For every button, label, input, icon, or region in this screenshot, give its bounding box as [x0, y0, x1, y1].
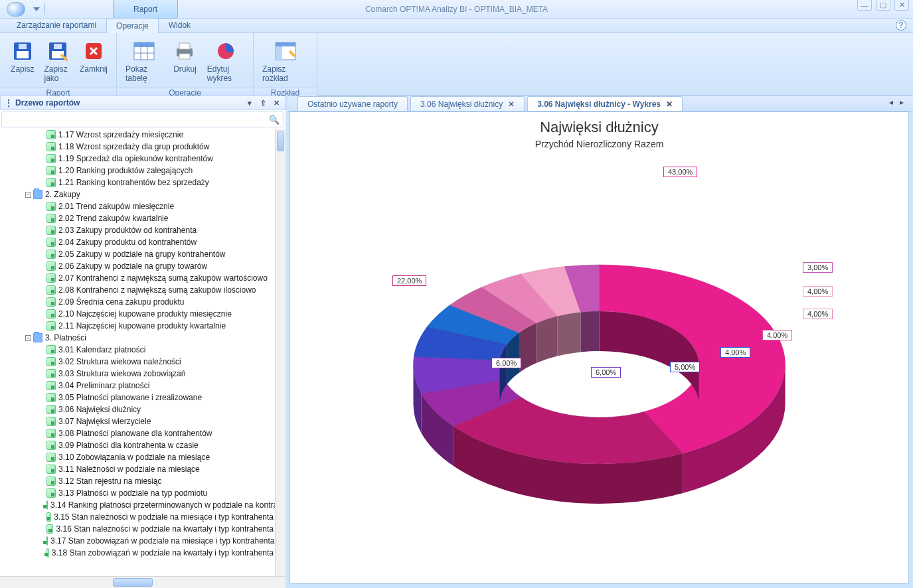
tree-report-item[interactable]: 2.03 Zakupy produktów od kontrahenta — [3, 224, 274, 236]
tree-report-item[interactable]: 3.01 Kalendarz płatności — [3, 344, 274, 356]
tree-report-item[interactable]: 1.18 Wzrost sprzedaży dla grup produktów — [3, 141, 274, 153]
doc-tab-dluznicy[interactable]: 3.06 Najwięksi dłużnicy ✕ — [410, 96, 525, 111]
tree-report-item[interactable]: 3.04 Preliminarz płatności — [3, 380, 274, 392]
tree-report-item[interactable]: 3.10 Zobowiązania w podziale na miesiące — [3, 451, 274, 463]
tree-report-item[interactable]: 2.11 Najczęściej kupowane produkty kwart… — [3, 320, 274, 332]
ribbon-tab-operacje[interactable]: Operacje — [106, 18, 159, 33]
report-icon — [46, 548, 49, 557]
tree-report-item[interactable]: 3.02 Struktura wiekowa należności — [3, 356, 274, 368]
minimize-button[interactable]: — — [857, 0, 872, 11]
close-window-button[interactable]: ✕ — [894, 0, 909, 11]
ribbon-group-operacje: Pokaż tabelę Drukuj Edytuj wykres Operac… — [117, 33, 254, 95]
chart-data-label: 6,00% — [591, 367, 621, 378]
doc-tab-close-icon[interactable]: ✕ — [666, 100, 673, 109]
tree-report-item[interactable]: 3.05 Płatności planowane i zrealizowane — [3, 392, 274, 404]
tree-report-item[interactable]: 1.17 Wzrost sprzedaży miesięcznie — [3, 129, 274, 141]
ribbon-tab-zarzadzanie[interactable]: Zarządzanie raportami — [7, 17, 106, 33]
report-icon — [46, 273, 56, 283]
context-tab-raport[interactable]: Raport — [113, 0, 178, 19]
tree-report-item[interactable]: 2.01 Trend zakupów miesięcznie — [3, 200, 274, 212]
doc-tab-recent[interactable]: Ostatnio używane raporty — [297, 96, 408, 111]
panel-close-icon[interactable]: ✕ — [272, 98, 281, 108]
tree-report-item[interactable]: 3.14 Ranking płatności przeterminowanych… — [3, 499, 274, 511]
tree-search-input[interactable] — [6, 115, 269, 124]
doc-tab-label: 3.06 Najwięksi dłużnicy - Wykres — [537, 100, 661, 109]
tree-report-item[interactable]: 1.19 Sprzedaż dla opiekunów kontrahentów — [3, 153, 274, 165]
tree-item-label: 2.02 Trend zakupów kwartalnie — [58, 214, 168, 223]
orb-dropdown-icon[interactable] — [33, 7, 40, 11]
tree-report-item[interactable]: 2.04 Zakupy produktu od kontrahentów — [3, 236, 274, 248]
tabs-scroll-left-icon[interactable]: ◂ — [886, 98, 896, 107]
tree-report-item[interactable]: 2.07 Kontrahenci z największą sumą zakup… — [3, 272, 274, 284]
tree-item-label: 3.17 Stan zobowiązań w podziale na miesi… — [50, 536, 275, 546]
tree-report-item[interactable]: 2.02 Trend zakupów kwartalnie — [3, 212, 274, 224]
tree-expander-icon[interactable]: − — [25, 335, 31, 341]
panel-pin-icon[interactable]: ⇧ — [258, 98, 268, 108]
report-icon — [46, 309, 56, 319]
tree-report-item[interactable]: 3.15 Stan należności w podziale na miesi… — [3, 511, 274, 523]
tree-item-label: 3.03 Struktura wiekowa zobowiązań — [58, 369, 185, 378]
app-menu-button[interactable] — [7, 2, 25, 17]
tree-expander-icon[interactable]: − — [25, 192, 31, 198]
tree-report-item[interactable]: 3.11 Należności w podziale na miesiące — [3, 463, 274, 475]
tree-report-item[interactable]: 1.20 Ranking produktów zalegających — [3, 165, 274, 177]
close-report-button[interactable]: Zamknij — [78, 36, 110, 76]
tree-item-label: 3.12 Stan rejestru na miesiąc — [58, 477, 161, 486]
tree-panel-header[interactable]: ⋮ Drzewo raportów ▾ ⇧ ✕ — [0, 96, 286, 110]
layout-icon — [275, 40, 296, 62]
tree-item-label: 2.01 Trend zakupów miesięcznie — [58, 202, 174, 211]
doc-tab-close-icon[interactable]: ✕ — [508, 100, 515, 109]
tree-panel: ⋮ Drzewo raportów ▾ ⇧ ✕ 🔍 1.17 Wzrost sp… — [0, 96, 288, 588]
tree-folder-item[interactable]: −2. Zakupy — [3, 188, 274, 200]
report-icon — [46, 441, 56, 450]
show-table-button[interactable]: Pokaż tabelę — [124, 36, 165, 85]
save-as-icon — [47, 40, 68, 62]
tree-item-label: 3.07 Najwięksi wierzyciele — [58, 417, 151, 426]
tree-report-item[interactable]: 3.13 Płatności w podziale na typ podmiot… — [3, 487, 274, 499]
tree-search-box[interactable]: 🔍 — [1, 111, 284, 127]
print-button[interactable]: Drukuj — [169, 36, 201, 76]
tree-report-item[interactable]: 1.21 Ranking kontrahentów bez sprzedaży — [3, 177, 274, 188]
tree-report-item[interactable]: 2.09 Średnia cena zakupu produktu — [3, 296, 274, 308]
report-icon — [46, 202, 56, 211]
tree-item-label: 2.07 Kontrahenci z największą sumą zakup… — [58, 273, 268, 283]
report-tree[interactable]: 1.17 Wzrost sprzedaży miesięcznie1.18 Wz… — [0, 129, 286, 576]
tree-report-item[interactable]: 3.09 Płatności dla kontrahenta w czasie — [3, 439, 274, 451]
svg-rect-8 — [134, 42, 154, 47]
doc-tab-label: Ostatnio używane raporty — [307, 100, 398, 109]
report-icon — [46, 142, 56, 151]
tree-report-item[interactable]: 3.08 Płatności planowane dla kontrahentó… — [3, 427, 274, 439]
save-button[interactable]: Zapisz — [7, 36, 38, 76]
tree-report-item[interactable]: 3.06 Najwięksi dłużnicy — [3, 404, 274, 415]
save-layout-button[interactable]: Zapisz rozkład — [260, 36, 310, 85]
edit-chart-button[interactable]: Edytuj wykres — [205, 36, 246, 85]
tree-report-item[interactable]: 3.16 Stan należności w podziale na kwart… — [3, 523, 274, 535]
tree-horizontal-scrollbar[interactable] — [0, 576, 286, 588]
chart-data-label: 6,00% — [491, 358, 521, 368]
tree-vertical-scrollbar[interactable] — [275, 129, 286, 576]
tree-report-item[interactable]: 3.12 Stan rejestru na miesiąc — [3, 475, 274, 487]
tabs-scroll-right-icon[interactable]: ▸ — [897, 98, 906, 107]
tree-report-item[interactable]: 2.10 Najczęściej kupowane produkty miesi… — [3, 308, 274, 320]
tree-report-item[interactable]: 3.18 Stan zobowiązań w podziale na kwart… — [3, 547, 274, 559]
tree-report-item[interactable]: 2.05 Zakupy w podziale na grupy kontrahe… — [3, 248, 274, 260]
maximize-button[interactable]: ▢ — [876, 0, 890, 11]
chart-data-label: 43,00% — [663, 167, 697, 177]
tree-report-item[interactable]: 3.17 Stan zobowiązań w podziale na miesi… — [3, 535, 274, 547]
report-icon — [46, 429, 56, 438]
chart-data-label: 22,00% — [392, 275, 426, 286]
help-icon[interactable]: ? — [896, 20, 906, 31]
ribbon-tab-widok[interactable]: Widok — [159, 17, 201, 33]
save-as-button[interactable]: Zapisz jako — [42, 36, 73, 85]
panel-dropdown-icon[interactable]: ▾ — [245, 98, 254, 108]
tree-report-item[interactable]: 2.06 Zakupy w podziale na grupy towarów — [3, 260, 274, 272]
tree-report-item[interactable]: 2.08 Kontrahenci z największą sumą zakup… — [3, 284, 274, 296]
title-bar: Raport Comarch OPT!MA Analizy BI - OPTIM… — [0, 0, 913, 19]
tree-report-item[interactable]: 3.07 Najwięksi wierzyciele — [3, 415, 274, 427]
tree-report-item[interactable]: 3.03 Struktura wiekowa zobowiązań — [3, 368, 274, 380]
tree-folder-item[interactable]: −3. Płatności — [3, 332, 274, 344]
tree-item-label: 2.08 Kontrahenci z największą sumą zakup… — [58, 285, 256, 295]
tree-panel-title: Drzewo raportów — [15, 98, 80, 108]
doc-tab-dluznicy-wykres[interactable]: 3.06 Najwięksi dłużnicy - Wykres ✕ — [527, 96, 683, 111]
chart-data-label: 4,00% — [720, 347, 750, 358]
